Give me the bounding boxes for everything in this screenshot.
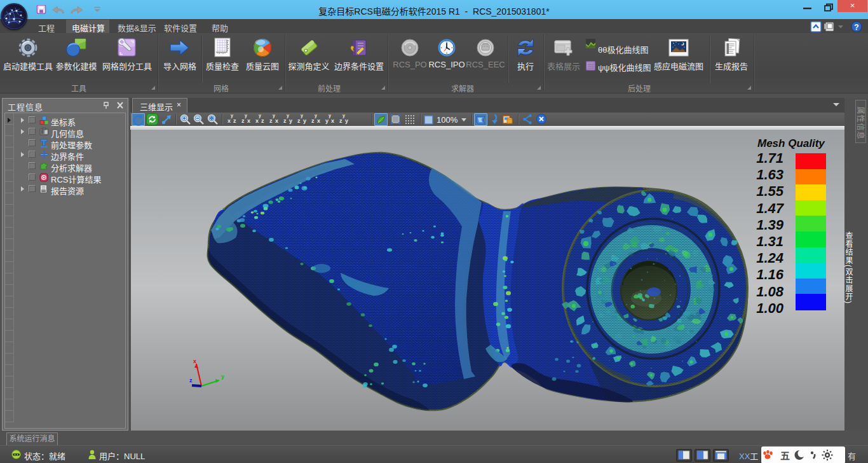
svg-text:五: 五 bbox=[780, 450, 790, 461]
svg-text:z: z bbox=[189, 377, 193, 384]
svg-text:y: y bbox=[221, 373, 224, 380]
svg-text:x: x bbox=[193, 358, 196, 364]
svg-text:?: ? bbox=[854, 23, 858, 32]
